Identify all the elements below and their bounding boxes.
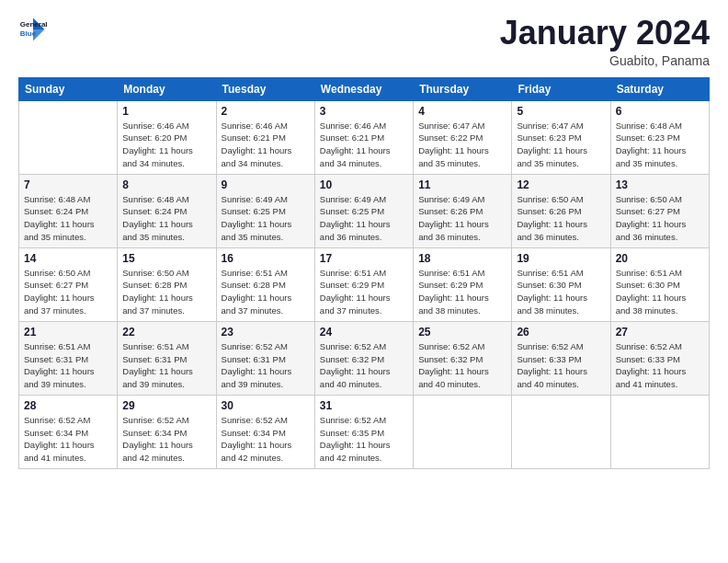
day-info: Sunrise: 6:47 AMSunset: 6:23 PMDaylight:… — [517, 120, 605, 170]
table-row: 17Sunrise: 6:51 AMSunset: 6:29 PMDayligh… — [314, 247, 413, 321]
table-row: 11Sunrise: 6:49 AMSunset: 6:26 PMDayligh… — [414, 174, 512, 247]
day-number: 4 — [418, 105, 506, 118]
table-row — [19, 100, 118, 174]
day-info: Sunrise: 6:50 AMSunset: 6:27 PMDaylight:… — [24, 267, 112, 317]
table-row: 3Sunrise: 6:46 AMSunset: 6:21 PMDaylight… — [314, 100, 413, 174]
day-info: Sunrise: 6:48 AMSunset: 6:24 PMDaylight:… — [24, 193, 112, 244]
calendar-header-row: Sunday Monday Tuesday Wednesday Thursday… — [19, 77, 710, 100]
day-info: Sunrise: 6:51 AMSunset: 6:29 PMDaylight:… — [320, 267, 408, 317]
day-number: 21 — [24, 326, 112, 339]
table-row: 9Sunrise: 6:49 AMSunset: 6:25 PMDaylight… — [216, 174, 314, 247]
day-info: Sunrise: 6:51 AMSunset: 6:31 PMDaylight:… — [24, 340, 112, 391]
day-info: Sunrise: 6:52 AMSunset: 6:34 PMDaylight:… — [24, 414, 112, 465]
table-row: 22Sunrise: 6:51 AMSunset: 6:31 PMDayligh… — [118, 321, 216, 395]
day-number: 25 — [418, 326, 506, 339]
day-info: Sunrise: 6:51 AMSunset: 6:28 PMDaylight:… — [222, 267, 310, 317]
col-tuesday: Tuesday — [216, 77, 314, 100]
day-number: 18 — [418, 252, 506, 265]
table-row: 19Sunrise: 6:51 AMSunset: 6:30 PMDayligh… — [512, 247, 610, 321]
table-row: 4Sunrise: 6:47 AMSunset: 6:22 PMDaylight… — [414, 100, 512, 174]
calendar-table: Sunday Monday Tuesday Wednesday Thursday… — [18, 77, 710, 469]
day-number: 24 — [320, 326, 408, 339]
day-number: 3 — [320, 105, 408, 118]
day-number: 9 — [222, 178, 310, 191]
table-row: 14Sunrise: 6:50 AMSunset: 6:27 PMDayligh… — [19, 247, 118, 321]
day-number: 31 — [320, 399, 408, 412]
day-number: 29 — [122, 399, 210, 412]
calendar-week-1: 1Sunrise: 6:46 AMSunset: 6:20 PMDaylight… — [19, 100, 710, 174]
calendar-week-4: 21Sunrise: 6:51 AMSunset: 6:31 PMDayligh… — [19, 321, 710, 395]
table-row: 6Sunrise: 6:48 AMSunset: 6:23 PMDaylight… — [610, 100, 709, 174]
calendar-week-3: 14Sunrise: 6:50 AMSunset: 6:27 PMDayligh… — [19, 247, 710, 321]
col-monday: Monday — [118, 77, 216, 100]
day-number: 20 — [616, 252, 704, 265]
day-number: 5 — [517, 105, 605, 118]
day-number: 7 — [24, 178, 112, 191]
table-row: 29Sunrise: 6:52 AMSunset: 6:34 PMDayligh… — [118, 395, 216, 468]
calendar-week-5: 28Sunrise: 6:52 AMSunset: 6:34 PMDayligh… — [19, 395, 710, 468]
day-number: 1 — [122, 105, 210, 118]
table-row: 21Sunrise: 6:51 AMSunset: 6:31 PMDayligh… — [19, 321, 118, 395]
day-info: Sunrise: 6:46 AMSunset: 6:20 PMDaylight:… — [122, 120, 210, 170]
table-row: 20Sunrise: 6:51 AMSunset: 6:30 PMDayligh… — [610, 247, 709, 321]
table-row: 7Sunrise: 6:48 AMSunset: 6:24 PMDaylight… — [19, 174, 118, 247]
table-row — [610, 395, 709, 468]
day-number: 22 — [122, 326, 210, 339]
table-row: 8Sunrise: 6:48 AMSunset: 6:24 PMDaylight… — [118, 174, 216, 247]
day-number: 17 — [320, 252, 408, 265]
day-info: Sunrise: 6:47 AMSunset: 6:22 PMDaylight:… — [418, 120, 506, 170]
day-number: 23 — [222, 326, 310, 339]
header: General Blue January 2024 Guabito, Panam… — [18, 15, 710, 68]
day-number: 6 — [616, 105, 704, 118]
col-thursday: Thursday — [414, 77, 512, 100]
table-row: 15Sunrise: 6:50 AMSunset: 6:28 PMDayligh… — [118, 247, 216, 321]
day-number: 2 — [222, 105, 310, 118]
day-number: 12 — [517, 178, 605, 191]
day-number: 28 — [24, 399, 112, 412]
day-info: Sunrise: 6:52 AMSunset: 6:31 PMDaylight:… — [222, 340, 310, 391]
col-sunday: Sunday — [19, 77, 118, 100]
day-info: Sunrise: 6:50 AMSunset: 6:26 PMDaylight:… — [517, 193, 605, 244]
svg-text:General: General — [20, 20, 48, 29]
day-info: Sunrise: 6:52 AMSunset: 6:35 PMDaylight:… — [320, 414, 408, 465]
day-info: Sunrise: 6:49 AMSunset: 6:25 PMDaylight:… — [222, 193, 310, 244]
day-info: Sunrise: 6:46 AMSunset: 6:21 PMDaylight:… — [222, 120, 310, 170]
day-info: Sunrise: 6:52 AMSunset: 6:34 PMDaylight:… — [222, 414, 310, 465]
table-row: 23Sunrise: 6:52 AMSunset: 6:31 PMDayligh… — [216, 321, 314, 395]
table-row: 13Sunrise: 6:50 AMSunset: 6:27 PMDayligh… — [610, 174, 709, 247]
day-info: Sunrise: 6:48 AMSunset: 6:24 PMDaylight:… — [122, 193, 210, 244]
day-info: Sunrise: 6:51 AMSunset: 6:31 PMDaylight:… — [122, 340, 210, 391]
day-number: 26 — [517, 326, 605, 339]
day-number: 13 — [616, 178, 704, 191]
day-number: 8 — [122, 178, 210, 191]
table-row: 10Sunrise: 6:49 AMSunset: 6:25 PMDayligh… — [314, 174, 413, 247]
table-row: 30Sunrise: 6:52 AMSunset: 6:34 PMDayligh… — [216, 395, 314, 468]
day-number: 11 — [418, 178, 506, 191]
table-row: 24Sunrise: 6:52 AMSunset: 6:32 PMDayligh… — [314, 321, 413, 395]
day-number: 14 — [24, 252, 112, 265]
table-row: 1Sunrise: 6:46 AMSunset: 6:20 PMDaylight… — [118, 100, 216, 174]
col-friday: Friday — [512, 77, 610, 100]
table-row: 25Sunrise: 6:52 AMSunset: 6:32 PMDayligh… — [414, 321, 512, 395]
day-number: 27 — [616, 326, 704, 339]
page: General Blue January 2024 Guabito, Panam… — [0, 0, 728, 563]
day-info: Sunrise: 6:49 AMSunset: 6:25 PMDaylight:… — [320, 193, 408, 244]
table-row: 5Sunrise: 6:47 AMSunset: 6:23 PMDaylight… — [512, 100, 610, 174]
table-row: 18Sunrise: 6:51 AMSunset: 6:29 PMDayligh… — [414, 247, 512, 321]
table-row: 27Sunrise: 6:52 AMSunset: 6:33 PMDayligh… — [610, 321, 709, 395]
table-row: 16Sunrise: 6:51 AMSunset: 6:28 PMDayligh… — [216, 247, 314, 321]
logo-icon: General Blue — [18, 15, 48, 44]
day-info: Sunrise: 6:49 AMSunset: 6:26 PMDaylight:… — [418, 193, 506, 244]
day-info: Sunrise: 6:52 AMSunset: 6:32 PMDaylight:… — [320, 340, 408, 391]
col-wednesday: Wednesday — [314, 77, 413, 100]
day-number: 16 — [222, 252, 310, 265]
table-row: 31Sunrise: 6:52 AMSunset: 6:35 PMDayligh… — [314, 395, 413, 468]
day-info: Sunrise: 6:52 AMSunset: 6:33 PMDaylight:… — [517, 340, 605, 391]
subtitle: Guabito, Panama — [500, 53, 710, 68]
day-number: 15 — [122, 252, 210, 265]
day-number: 19 — [517, 252, 605, 265]
table-row — [512, 395, 610, 468]
day-info: Sunrise: 6:48 AMSunset: 6:23 PMDaylight:… — [616, 120, 704, 170]
table-row: 12Sunrise: 6:50 AMSunset: 6:26 PMDayligh… — [512, 174, 610, 247]
day-info: Sunrise: 6:46 AMSunset: 6:21 PMDaylight:… — [320, 120, 408, 170]
